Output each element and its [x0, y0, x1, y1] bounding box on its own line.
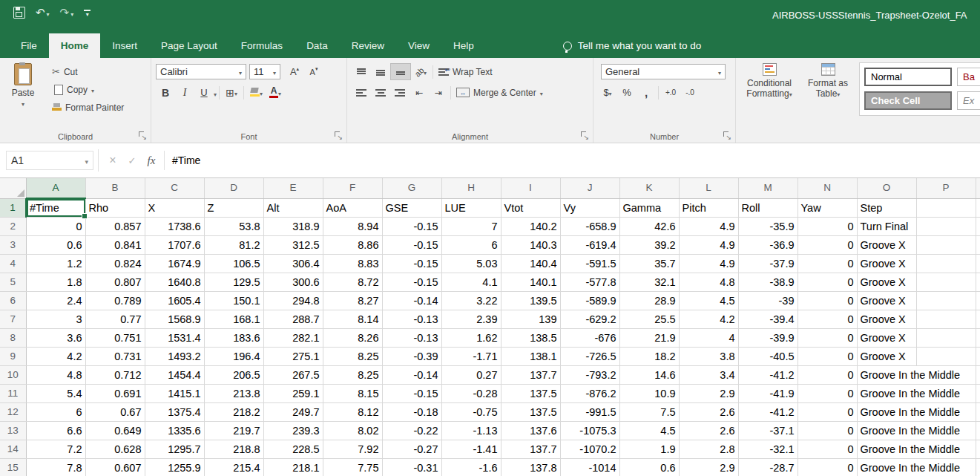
cell-G6[interactable]: -0.14 [382, 292, 441, 310]
cell-O14[interactable]: Groove In the Middle [857, 440, 916, 459]
tab-view[interactable]: View [396, 33, 441, 58]
cell-F13[interactable]: 8.02 [323, 422, 382, 440]
cell-I11[interactable]: 137.5 [501, 385, 560, 403]
copy-button[interactable]: Copy [49, 82, 127, 97]
cell-P5[interactable] [916, 273, 976, 292]
cell-stub[interactable] [976, 273, 980, 292]
cell-B12[interactable]: 0.67 [85, 403, 145, 422]
column-header-A[interactable]: A [26, 178, 85, 198]
decrease-indent-button[interactable] [410, 85, 429, 100]
cell-A12[interactable]: 6 [26, 403, 85, 422]
row-header-7[interactable]: 7 [0, 310, 26, 329]
cell-A7[interactable]: 3 [26, 310, 85, 329]
cell-C14[interactable]: 1295.7 [145, 440, 204, 459]
cell-N9[interactable]: 0 [798, 348, 857, 366]
cell-C1[interactable]: X [145, 198, 204, 218]
cell-D5[interactable]: 129.5 [204, 273, 263, 292]
cell-J14[interactable]: -1070.2 [560, 440, 619, 459]
cell-N5[interactable]: 0 [798, 273, 857, 292]
cell-H10[interactable]: 0.27 [441, 366, 501, 385]
cell-H11[interactable]: -0.28 [441, 385, 501, 403]
row-header-8[interactable]: 8 [0, 329, 26, 348]
column-header-C[interactable]: C [145, 178, 204, 198]
cell-F1[interactable]: AoA [323, 198, 382, 218]
cell-I14[interactable]: 137.7 [501, 440, 560, 459]
cell-O11[interactable]: Groove In the Middle [857, 385, 916, 403]
cell-A13[interactable]: 6.6 [26, 422, 85, 440]
cell-L13[interactable]: 2.6 [679, 422, 738, 440]
cell-D9[interactable]: 196.4 [204, 348, 263, 366]
undo-button[interactable] [36, 6, 50, 19]
cell-L14[interactable]: 2.8 [679, 440, 738, 459]
cell-K5[interactable]: 32.1 [619, 273, 679, 292]
column-header-P[interactable]: P [916, 178, 976, 198]
cell-G1[interactable]: GSE [382, 198, 441, 218]
row-header-6[interactable]: 6 [0, 292, 26, 310]
cell-E11[interactable]: 259.1 [263, 385, 323, 403]
decrease-font-size-button[interactable] [304, 64, 323, 79]
row-header-9[interactable]: 9 [0, 348, 26, 366]
cell-M8[interactable]: -39.9 [738, 329, 798, 348]
style-bad[interactable]: Ba [957, 68, 980, 86]
cell-D11[interactable]: 213.8 [204, 385, 263, 403]
cell-E3[interactable]: 312.5 [263, 236, 323, 255]
style-explanatory[interactable]: Ex [957, 91, 980, 110]
cell-H4[interactable]: 5.03 [441, 255, 501, 273]
cell-L1[interactable]: Pitch [679, 198, 738, 218]
tab-formulas[interactable]: Formulas [229, 33, 295, 58]
cell-A8[interactable]: 3.6 [26, 329, 85, 348]
column-header-K[interactable]: K [619, 178, 679, 198]
cell-G12[interactable]: -0.18 [382, 403, 441, 422]
cell-L7[interactable]: 4.2 [679, 310, 738, 329]
cell-H13[interactable]: -1.13 [441, 422, 501, 440]
cell-N13[interactable]: 0 [798, 422, 857, 440]
cell-J13[interactable]: -1075.3 [560, 422, 619, 440]
cell-C12[interactable]: 1375.4 [145, 403, 204, 422]
comma-style-button[interactable]: , [637, 85, 656, 100]
cell-K3[interactable]: 39.2 [619, 236, 679, 255]
column-header-D[interactable]: D [204, 178, 263, 198]
cell-B10[interactable]: 0.712 [85, 366, 145, 385]
cell-I7[interactable]: 139 [501, 310, 560, 329]
number-format-select[interactable]: General [601, 64, 726, 79]
cell-G7[interactable]: -0.13 [382, 310, 441, 329]
cell-M4[interactable]: -37.9 [738, 255, 798, 273]
cell-B4[interactable]: 0.824 [85, 255, 145, 273]
cell-stub[interactable] [976, 329, 980, 348]
cell-E14[interactable]: 228.5 [263, 440, 323, 459]
cell-G15[interactable]: -0.31 [382, 459, 441, 476]
cell-M12[interactable]: -41.2 [738, 403, 798, 422]
cell-G14[interactable]: -0.27 [382, 440, 441, 459]
cell-K10[interactable]: 14.6 [619, 366, 679, 385]
row-header-14[interactable]: 14 [0, 440, 26, 459]
cell-M9[interactable]: -40.5 [738, 348, 798, 366]
cell-H14[interactable]: -1.41 [441, 440, 501, 459]
cell-K12[interactable]: 7.5 [619, 403, 679, 422]
cell-C5[interactable]: 1640.8 [145, 273, 204, 292]
cell-O12[interactable]: Groove In the Middle [857, 403, 916, 422]
cell-B14[interactable]: 0.628 [85, 440, 145, 459]
cell-F11[interactable]: 8.15 [323, 385, 382, 403]
cell-H1[interactable]: LUE [441, 198, 501, 218]
cell-E2[interactable]: 318.9 [263, 218, 323, 236]
cell-M2[interactable]: -35.9 [738, 218, 798, 236]
cell-A6[interactable]: 2.4 [26, 292, 85, 310]
cell-K8[interactable]: 21.9 [619, 329, 679, 348]
cell-H12[interactable]: -0.75 [441, 403, 501, 422]
cell-K7[interactable]: 25.5 [619, 310, 679, 329]
decrease-decimal-button[interactable]: -.0 [680, 85, 700, 100]
cell-B15[interactable]: 0.607 [85, 459, 145, 476]
cell-F7[interactable]: 8.14 [323, 310, 382, 329]
cell-D2[interactable]: 53.8 [204, 218, 263, 236]
cell-O3[interactable]: Groove X [857, 236, 916, 255]
column-header-E[interactable]: E [263, 178, 323, 198]
cell-J8[interactable]: -676 [560, 329, 619, 348]
cell-L12[interactable]: 2.6 [679, 403, 738, 422]
name-box[interactable]: A1 [6, 151, 93, 170]
cell-J11[interactable]: -876.2 [560, 385, 619, 403]
underline-button[interactable]: U [194, 85, 214, 100]
cell-I4[interactable]: 140.4 [501, 255, 560, 273]
number-dialog-launcher-icon[interactable] [723, 131, 731, 140]
cell-F15[interactable]: 7.75 [323, 459, 382, 476]
cell-D10[interactable]: 206.5 [204, 366, 263, 385]
